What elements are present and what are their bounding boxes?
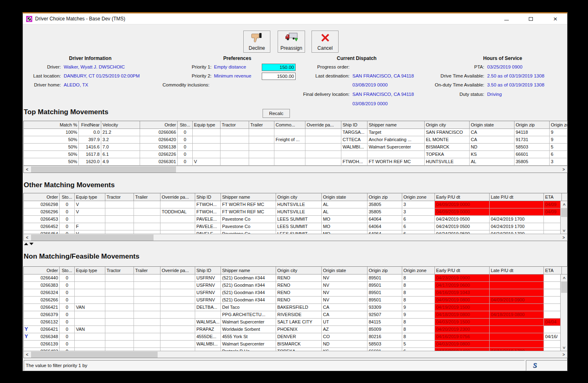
table-row[interactable]: 50%1617.86.102662260TOPEKAKS666016 bbox=[24, 151, 567, 158]
column-header[interactable]: Equip type bbox=[75, 193, 105, 201]
scroll-right-icon[interactable] bbox=[560, 166, 567, 173]
table-row[interactable]: Y026634804555DE...4555 York StDENVERCO80… bbox=[24, 333, 567, 341]
column-header[interactable]: Order bbox=[24, 267, 60, 274]
table-row[interactable]: 50%1416.67.002661380WALMBI...Walmart Sup… bbox=[24, 144, 567, 151]
hscroll-thumb[interactable] bbox=[31, 235, 154, 241]
non-table-hscrollbar[interactable] bbox=[24, 351, 567, 358]
scroll-left-icon[interactable] bbox=[24, 166, 31, 173]
column-header[interactable]: Early P/U dt bbox=[435, 267, 490, 274]
scroll-up-icon[interactable] bbox=[561, 275, 568, 281]
column-header[interactable]: Trailer bbox=[134, 193, 160, 201]
scroll-down-icon[interactable] bbox=[561, 227, 568, 234]
column-header[interactable]: Shipper name bbox=[221, 267, 276, 274]
column-header[interactable]: Tractor bbox=[220, 121, 249, 128]
column-header[interactable]: Origin city bbox=[276, 193, 322, 201]
other-table-hscrollbar[interactable] bbox=[24, 234, 567, 241]
column-header[interactable]: Velocity bbox=[101, 121, 140, 128]
scroll-left-icon[interactable] bbox=[24, 234, 31, 241]
column-header[interactable]: Sto... bbox=[60, 267, 75, 274]
column-header[interactable]: Origin city bbox=[425, 121, 470, 128]
scroll-up-icon[interactable] bbox=[561, 201, 568, 208]
column-header[interactable]: Equip type bbox=[75, 267, 105, 274]
vscroll-thumb[interactable] bbox=[561, 281, 567, 293]
titlebar[interactable]: Driver Choice Matches - Base Dev (TMS) bbox=[23, 13, 567, 24]
recalc-button[interactable]: Recalc bbox=[263, 109, 290, 118]
column-header[interactable]: Equip type bbox=[193, 121, 220, 128]
column-header[interactable]: ETA bbox=[544, 267, 562, 274]
column-header[interactable]: Shipper name bbox=[221, 193, 276, 201]
table-row[interactable]: 02664210VANDELTBA...Del TacoBAKERSFIELDC… bbox=[24, 304, 567, 311]
column-header[interactable]: Sto... bbox=[178, 121, 193, 128]
column-header[interactable]: Origin city bbox=[276, 267, 322, 274]
preassign-button[interactable]: Preassign bbox=[278, 31, 305, 53]
table-row[interactable]: 02663790PPG ARCHITECTU...RIVERSIDECA9250… bbox=[24, 311, 567, 319]
column-header[interactable]: Origin zone bbox=[550, 121, 568, 128]
splitter-up-icon[interactable] bbox=[24, 243, 28, 245]
pane-splitter[interactable] bbox=[23, 242, 40, 246]
table-row[interactable]: 02664030Pretzels R UsTOPEKAKS66601604/19… bbox=[24, 348, 567, 351]
table-row[interactable]: 02663830USFRNV(521) Goodman #344RENONV89… bbox=[24, 282, 567, 289]
minimize-button[interactable] bbox=[500, 15, 512, 24]
vscroll-thumb[interactable] bbox=[561, 208, 567, 217]
column-header[interactable]: Early P/U dt bbox=[435, 193, 490, 201]
top-table-hscrollbar[interactable] bbox=[24, 166, 567, 173]
column-header[interactable]: Trailer bbox=[134, 267, 160, 274]
column-header[interactable]: Late P/U dt bbox=[490, 267, 544, 274]
table-row[interactable]: 02662660USFRNV(521) Goodman #344RENONV89… bbox=[24, 297, 567, 304]
table-row[interactable]: Y02664210VANPRAPAZWorldwide SorbentPHOEN… bbox=[24, 326, 567, 333]
decline-button[interactable]: Decline bbox=[243, 31, 270, 53]
column-header[interactable]: Override pa... bbox=[160, 193, 195, 201]
table-cell bbox=[368, 151, 425, 158]
non-table-vscrollbar[interactable] bbox=[560, 275, 567, 351]
column-header[interactable]: Sto... bbox=[60, 193, 75, 201]
column-header[interactable]: Origin zone bbox=[402, 193, 435, 201]
column-header[interactable]: Match % bbox=[24, 121, 79, 128]
table-row[interactable]: 50%1620.04.902663010VFTWOH...FT WORTH RE… bbox=[24, 158, 567, 166]
table-row[interactable]: 50%397.93.202664200Freight of ...CTTECAA… bbox=[24, 136, 567, 144]
column-header[interactable]: Origin zone bbox=[402, 267, 435, 274]
table-row[interactable]: 02664540VPAVELE...Pavestone CoLEES SUMMI… bbox=[24, 230, 567, 234]
column-header[interactable]: Origin zip bbox=[514, 121, 550, 128]
table-row[interactable]: 02664520FPAVELE...Pavestone CoLEES SUMMI… bbox=[24, 223, 567, 230]
table-row[interactable]: 02661320WALMSA...Walmart SupercenterSALT… bbox=[24, 319, 567, 326]
column-header[interactable]: Shipper name bbox=[368, 121, 425, 128]
table-row[interactable]: 100%0.021.202660660TARGSA...TargetSAN FR… bbox=[24, 129, 567, 136]
column-header[interactable]: Trailer bbox=[249, 121, 274, 128]
column-header[interactable]: FindNear bbox=[79, 121, 101, 128]
column-header[interactable]: Ship ID bbox=[195, 193, 221, 201]
column-header[interactable]: Order bbox=[24, 193, 60, 201]
hscroll-thumb[interactable] bbox=[31, 166, 176, 173]
table-cell: 0 bbox=[60, 326, 75, 333]
column-header[interactable]: Origin zip bbox=[368, 267, 402, 274]
maximize-button[interactable] bbox=[525, 15, 537, 24]
scroll-down-icon[interactable] bbox=[561, 344, 568, 351]
column-header[interactable]: Commo... bbox=[274, 121, 305, 128]
cancel-button[interactable]: Cancel bbox=[312, 31, 339, 53]
table-row[interactable]: 02662980VFTWOH...FT WORTH REF MCHUNTSVIL… bbox=[24, 201, 567, 208]
column-header[interactable]: Override pa... bbox=[160, 267, 195, 274]
scroll-left-icon[interactable] bbox=[24, 351, 31, 358]
column-header[interactable]: Origin state bbox=[322, 193, 368, 201]
table-row[interactable]: 02664530PAVELE...Pavestone CoLEES SUMMIT… bbox=[24, 216, 567, 223]
other-table-vscrollbar[interactable] bbox=[560, 201, 567, 234]
hscroll-thumb[interactable] bbox=[31, 352, 158, 358]
scroll-right-icon[interactable] bbox=[560, 234, 567, 241]
column-header[interactable]: Override pa... bbox=[305, 121, 341, 128]
column-header[interactable]: Origin state bbox=[322, 267, 368, 274]
table-row[interactable]: 02663240USFRNV(521) Goodman #344RENONV89… bbox=[24, 289, 567, 297]
close-button[interactable] bbox=[549, 15, 561, 24]
table-row[interactable]: 02661390WALMBI...Walmart SupercenterBISM… bbox=[24, 341, 567, 348]
column-header[interactable]: Order bbox=[140, 121, 178, 128]
column-header[interactable]: Ship ID bbox=[341, 121, 368, 128]
table-row[interactable]: 02662960VTODDHOALFTWOH...FT WORTH REF MC… bbox=[24, 208, 567, 216]
column-header[interactable]: ETA bbox=[544, 193, 562, 201]
column-header[interactable]: Origin zip bbox=[368, 193, 402, 201]
table-row[interactable]: 02664400USFRNV(521) Goodman #344RENONV89… bbox=[24, 275, 567, 282]
column-header[interactable]: Ship ID bbox=[195, 267, 221, 274]
scroll-right-icon[interactable] bbox=[560, 351, 567, 358]
column-header[interactable]: Late P/U dt bbox=[490, 193, 544, 201]
splitter-down-icon[interactable] bbox=[29, 243, 33, 245]
column-header[interactable]: Origin state bbox=[470, 121, 514, 128]
column-header[interactable]: Tractor bbox=[105, 193, 134, 201]
column-header[interactable]: Tractor bbox=[105, 267, 134, 274]
